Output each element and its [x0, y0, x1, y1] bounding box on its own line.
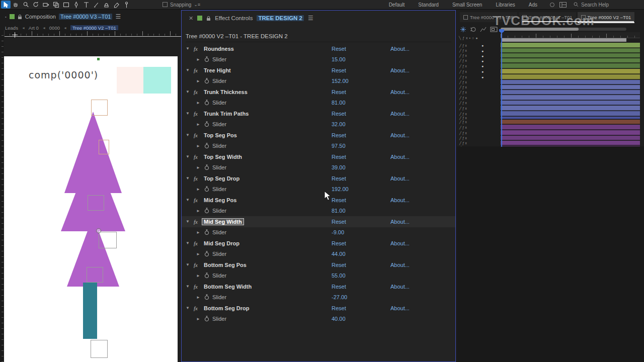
snapping-options-icon[interactable]: ⌄≡ [194, 2, 200, 7]
stopwatch-icon[interactable] [204, 251, 209, 258]
layer-switches[interactable]: ╱ƒx● [459, 53, 468, 58]
slider-value[interactable]: 81.00 [332, 100, 346, 106]
layer-duration-bar[interactable] [501, 53, 640, 58]
effect-row-top-seg-drop[interactable]: ▼fxTop Seg DropResetAbout... [182, 173, 455, 184]
search-help[interactable]: Search Help [574, 2, 609, 8]
shape-handle-box[interactable] [99, 232, 117, 248]
layer-duration-bar[interactable] [501, 136, 640, 140]
expand-triangle-icon[interactable]: ► [196, 79, 200, 83]
effect-name[interactable]: Bottom Seg Pos [204, 262, 247, 268]
layer-duration-bar[interactable] [501, 117, 640, 119]
layer-duration-bar[interactable] [501, 111, 640, 116]
layer-switches[interactable]: ╱ƒx● [459, 69, 468, 74]
slider-row[interactable]: ►Slider39.00 [182, 162, 455, 173]
slider-value[interactable]: 40.00 [332, 316, 346, 322]
breadcrumb-item[interactable]: Leads [5, 25, 18, 31]
slider-row[interactable]: ►Slider152.00 [182, 76, 455, 87]
layer-row[interactable]: ╱ƒx [457, 85, 644, 90]
collapse-triangle-icon[interactable]: ▼ [186, 111, 190, 116]
reset-link[interactable]: Reset [332, 305, 346, 311]
layer-row[interactable]: ╱ƒx [457, 90, 644, 95]
layer-duration-bar[interactable] [501, 120, 640, 124]
effect-row-bottom-seg-width[interactable]: ▼fxBottom Seg WidthResetAbout... [182, 281, 455, 292]
expand-triangle-icon[interactable]: ► [196, 317, 200, 321]
layer-row[interactable]: ╱ƒx● [457, 74, 644, 80]
effect-controls-tab[interactable]: ✕ Effect Controls TREE DESIGN 2 ☰ [182, 12, 313, 24]
reset-link[interactable]: Reset [332, 197, 346, 203]
stopwatch-icon[interactable] [204, 294, 209, 301]
layer-duration-bar[interactable] [501, 63, 640, 68]
layer-row[interactable]: ╱ƒx● [457, 48, 644, 53]
layer-row[interactable]: ╱ƒx● [457, 43, 644, 48]
effect-name[interactable]: Top Seg Drop [204, 175, 239, 182]
stopwatch-icon[interactable] [204, 186, 209, 193]
layer-switches[interactable]: ╱ƒx [459, 106, 468, 111]
slider-row[interactable]: ►Slider-9.00 [182, 227, 455, 238]
stopwatch-icon[interactable] [204, 229, 209, 236]
slider-value[interactable]: 152.00 [332, 78, 349, 84]
stopwatch-icon[interactable] [204, 143, 209, 150]
slider-value[interactable]: 81.00 [332, 208, 346, 214]
layer-duration-bar[interactable] [501, 101, 640, 105]
shape-handle-box[interactable] [87, 267, 103, 283]
camera-tool-icon[interactable] [41, 1, 51, 9]
effect-name[interactable]: Top Seg Width [204, 154, 242, 160]
layer-row[interactable]: ╱ƒx [457, 130, 644, 136]
effect-name[interactable]: Mid Seg Drop [204, 240, 239, 246]
slider-value[interactable]: 192.00 [332, 186, 349, 192]
layer-switches[interactable]: ╱ƒx [459, 125, 468, 130]
panel-menu-icon[interactable]: ☰ [115, 13, 121, 20]
expand-triangle-icon[interactable]: ► [196, 122, 200, 127]
layer-duration-bar[interactable] [501, 95, 640, 100]
reset-link[interactable]: Reset [332, 240, 346, 246]
workspace-ads[interactable]: Ads [529, 2, 537, 8]
layer-switches[interactable]: ╱ƒx [459, 101, 468, 106]
composition-canvas[interactable]: comp('0000') [4, 56, 178, 362]
expand-triangle-icon[interactable]: ► [196, 187, 200, 192]
collapse-triangle-icon[interactable]: ▼ [186, 89, 190, 94]
layer-duration-bar[interactable] [501, 43, 640, 48]
type-tool-icon[interactable] [82, 1, 91, 9]
collapse-triangle-icon[interactable]: ▼ [186, 46, 190, 51]
time-ruler[interactable] [501, 32, 640, 38]
collapse-triangle-icon[interactable]: ▼ [186, 241, 190, 245]
slider-row[interactable]: ►Slider40.00 [182, 314, 455, 325]
layer-row[interactable]: ╱ƒx● [457, 63, 644, 69]
expand-triangle-icon[interactable]: ► [196, 252, 200, 256]
layer-duration-bar[interactable] [501, 141, 640, 145]
collapse-triangle-icon[interactable]: ▼ [186, 133, 190, 137]
effect-row-trunk-trim-paths[interactable]: ▼fxTrunk Trim PathsResetAbout... [182, 108, 455, 119]
layer-row[interactable]: ╱ƒx [457, 120, 644, 125]
about-link[interactable]: About... [390, 219, 410, 225]
layer-switches[interactable]: ╱ƒx [459, 80, 468, 85]
slider-value[interactable]: 32.00 [332, 121, 346, 127]
layer-duration-bar[interactable] [501, 90, 640, 95]
effect-row-trunk-thickness[interactable]: ▼fxTrunk ThicknessResetAbout... [182, 86, 455, 98]
layer-duration-bar[interactable] [501, 80, 640, 84]
breadcrumb-item[interactable]: 0000 [49, 25, 60, 31]
layer-duration-bar[interactable] [501, 130, 640, 135]
slider-row[interactable]: ►Slider192.00 [182, 184, 455, 195]
about-link[interactable]: About... [390, 46, 410, 52]
layer-row[interactable]: ╱ƒx● [457, 53, 644, 58]
reset-link[interactable]: Reset [332, 175, 346, 182]
effect-row-mid-seg-pos[interactable]: ▼fxMid Seg PosResetAbout... [182, 195, 455, 206]
panel-menu-icon[interactable]: ☰ [308, 15, 313, 22]
close-icon[interactable]: ✕ [189, 15, 193, 22]
about-link[interactable]: About... [390, 154, 410, 160]
effect-name[interactable]: Bottom Seg Width [204, 284, 252, 290]
effect-name[interactable]: Mid Seg Pos [204, 197, 236, 203]
stopwatch-icon[interactable] [204, 208, 209, 215]
shape-handle-box[interactable] [91, 100, 108, 116]
stopwatch-icon[interactable] [204, 164, 209, 171]
collapse-triangle-icon[interactable]: ▼ [186, 262, 190, 267]
lock-icon[interactable] [18, 14, 22, 20]
motion-blur-dot-icon[interactable]: ● [481, 70, 485, 73]
slider-row[interactable]: ►Slider81.00 [182, 206, 455, 217]
hand-tool-icon[interactable] [11, 1, 21, 9]
layer-row[interactable]: ╱ƒx [457, 136, 644, 141]
about-link[interactable]: About... [390, 240, 410, 246]
layer-row[interactable]: ╱ƒx [457, 95, 644, 101]
layer-switches[interactable]: ╱ƒx● [459, 63, 468, 69]
reset-link[interactable]: Reset [332, 154, 346, 160]
